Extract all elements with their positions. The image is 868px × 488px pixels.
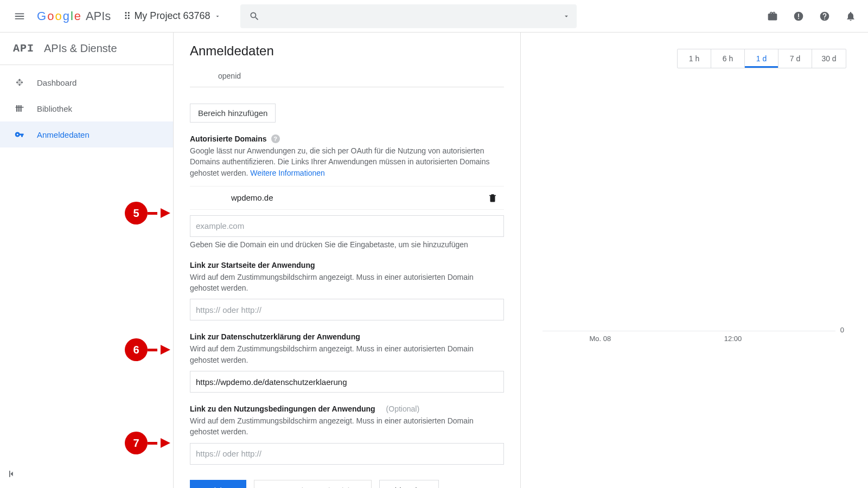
sidebar: API APIs & Dienste Dashboard Bibliothek [0,33,174,488]
sidebar-item-label: Anmeldedaten [37,130,90,139]
tos-link-label: Link zu den Nutzungsbedingungen der Anwe… [190,404,504,413]
domain-input-hint: Geben Sie die Domain ein und drücken Sie… [190,240,504,249]
cancel-button[interactable]: Abbrechen [379,480,439,488]
project-picker[interactable]: ⠿ My Project 63768 [124,10,221,22]
svg-rect-1 [798,14,799,17]
svg-rect-11 [9,471,10,477]
chart-y-zero: 0 [840,326,844,334]
annotation-marker-6: 6 [125,338,170,361]
top-bar: Google APIs ⠿ My Project 63768 [0,0,868,33]
notifications-icon[interactable] [844,10,857,23]
time-tab-30d[interactable]: 30 d [812,49,846,68]
submit-verify-button: Zur Bestätigung einreichen [254,480,372,488]
save-button[interactable]: Speichern [190,480,246,488]
domain-input[interactable] [190,215,504,237]
annotation-marker-7-num: 7 [125,432,148,454]
tos-optional: (Optional) [386,404,419,413]
action-row: Speichern Zur Bestätigung einreichen Abb… [190,480,504,488]
shell: API APIs & Dienste Dashboard Bibliothek [0,33,868,488]
sidebar-item-credentials[interactable]: Anmeldedaten [0,121,173,147]
hamburger-menu-icon[interactable] [7,3,33,29]
main: Anmeldedaten openid Bereich hinzufügen A… [174,33,868,488]
scope-row-openid: openid [190,72,504,87]
add-scope-button[interactable]: Bereich hinzufügen [190,104,276,123]
chart-tick-0: Mo. 08 [589,335,611,343]
nav: Dashboard Bibliothek Anmeldedaten [0,65,173,147]
chart-tick-1: 12:00 [724,335,742,343]
svg-point-6 [19,84,21,86]
search-icon [249,11,260,22]
svg-point-3 [16,82,18,84]
sidebar-item-label: Bibliothek [37,104,72,113]
sidebar-title: API APIs & Dienste [0,33,173,65]
top-right-icons [766,10,861,23]
svg-rect-9 [21,105,22,112]
search-dropdown-icon[interactable] [563,12,570,20]
right-pane: 1 h 6 h 1 d 7 d 30 d 0 Mo. 08 12:00 [521,33,868,488]
svg-point-4 [21,82,23,84]
content: Anmeldedaten openid Bereich hinzufügen A… [174,33,521,488]
sidebar-title-text: APIs & Dienste [44,42,117,55]
time-tab-1d[interactable]: 1 d [745,49,778,68]
search-bar[interactable] [240,4,577,28]
google-apis-logo[interactable]: Google APIs [37,9,111,23]
domain-row: wpdemo.de [190,187,504,210]
delete-domain-icon[interactable] [488,193,497,203]
time-tab-1h[interactable]: 1 h [678,49,711,68]
svg-point-5 [19,79,21,81]
project-name: My Project 63768 [134,10,210,22]
time-tab-6h[interactable]: 6 h [711,49,745,68]
annotation-marker-5: 5 [125,202,170,224]
more-info-link[interactable]: Weitere Informationen [250,169,324,177]
auth-domains-label: Autorisierte Domains ? [190,134,504,143]
time-tab-7d[interactable]: 7 d [778,49,812,68]
homepage-link-label: Link zur Startseite der Anwendung [190,261,504,269]
svg-rect-8 [18,105,20,112]
svg-rect-10 [16,107,24,108]
annotation-marker-6-num: 6 [125,338,148,361]
privacy-link-desc: Wird auf dem Zustimmungsbildschirm angez… [190,343,504,365]
help-icon[interactable] [818,10,831,23]
svg-rect-7 [16,105,17,112]
help-tooltip-icon[interactable]: ? [271,134,280,143]
auth-domains-desc-text: Google lässt nur Anwendungen zu, die sic… [190,146,490,177]
page-title: Anmeldedaten [190,33,504,72]
sidebar-item-label: Dashboard [37,78,76,87]
gift-icon[interactable] [766,10,779,23]
sidebar-item-dashboard[interactable]: Dashboard [0,69,173,95]
tos-link-desc: Wird auf dem Zustimmungsbildschirm angez… [190,415,504,438]
annotation-marker-7: 7 [125,432,170,454]
sidebar-item-library[interactable]: Bibliothek [0,95,173,121]
collapse-icon [7,468,17,479]
homepage-link-desc: Wird auf dem Zustimmungsbildschirm angez… [190,272,504,294]
time-range-selector: 1 h 6 h 1 d 7 d 30 d [677,49,846,68]
dashboard-icon [14,78,25,87]
svg-rect-2 [798,18,799,19]
domain-value: wpdemo.de [231,193,273,202]
library-icon [14,104,25,113]
auth-domains-label-text: Autorisierte Domains [190,134,267,143]
annotation-marker-5-num: 5 [125,202,148,224]
alert-icon[interactable] [792,10,805,23]
auth-domains-desc: Google lässt nur Anwendungen zu, die sic… [190,145,504,178]
chart-x-axis: 0 Mo. 08 12:00 [542,331,835,331]
privacy-link-label: Link zur Datenschutzerklärung der Anwend… [190,332,504,341]
caret-down-icon [214,13,221,20]
homepage-link-input[interactable] [190,299,504,320]
privacy-link-input[interactable] [190,371,504,393]
key-icon [14,130,25,139]
sidebar-collapse[interactable] [0,460,173,488]
api-logo-icon: API [13,42,34,55]
tos-link-input[interactable] [190,443,504,465]
tos-link-label-text: Link zu den Nutzungsbedingungen der Anwe… [190,404,375,413]
project-icon: ⠿ [124,10,130,22]
